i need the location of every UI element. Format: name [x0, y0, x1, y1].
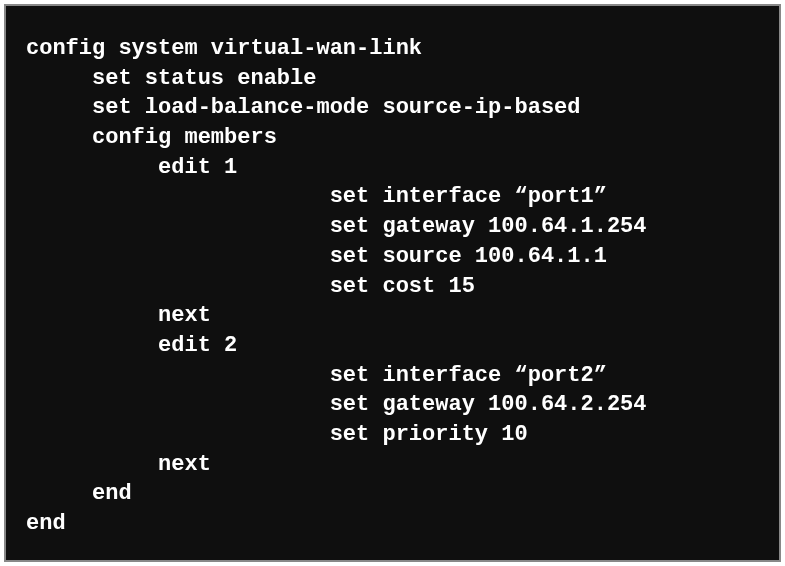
cli-line: set interface “port1”: [26, 184, 607, 209]
cli-line: set load-balance-mode source-ip-based: [26, 95, 581, 120]
cli-line: config system virtual-wan-link: [26, 36, 422, 61]
cli-line: set interface “port2”: [26, 363, 607, 388]
cli-line: set status enable: [26, 66, 316, 91]
cli-line: edit 1: [26, 155, 237, 180]
cli-line: set gateway 100.64.2.254: [26, 392, 647, 417]
cli-line: next: [26, 303, 211, 328]
cli-line: end: [26, 511, 66, 536]
cli-terminal: config system virtual-wan-link set statu…: [4, 4, 781, 562]
cli-line: next: [26, 452, 211, 477]
cli-line: set gateway 100.64.1.254: [26, 214, 647, 239]
cli-line: set cost 15: [26, 274, 475, 299]
cli-line: set source 100.64.1.1: [26, 244, 607, 269]
cli-line: set priority 10: [26, 422, 528, 447]
cli-line: edit 2: [26, 333, 237, 358]
cli-line: end: [26, 481, 132, 506]
cli-line: config members: [26, 125, 277, 150]
